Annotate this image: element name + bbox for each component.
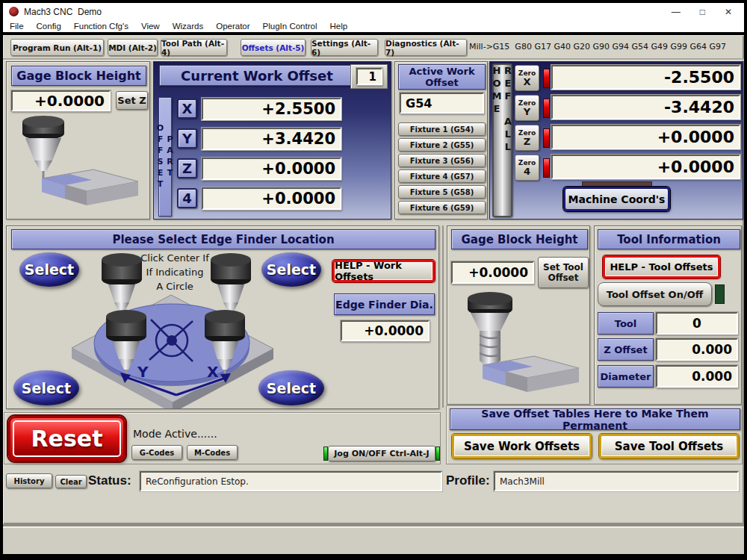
set-tool-offset-button[interactable]: Set Tool Offset — [538, 257, 589, 288]
current-work-offset-panel: Current Work Offset 1 PART OFFSET X +2.5… — [153, 61, 391, 220]
x-axis-button[interactable]: X — [177, 99, 197, 119]
probe-illustration — [13, 114, 146, 217]
save-offsets-title: Save Offset Tables Here to Make Them Per… — [450, 408, 740, 430]
part-offset-label: PART OFFSET — [158, 97, 172, 217]
main-screen: Program Run (Alt-1) MDI (Alt-2) Tool Pat… — [3, 35, 744, 524]
z-offset-dro-tool[interactable]: 0.000 — [656, 338, 738, 361]
fixture-5-button[interactable]: Fixture 5 (G58) — [398, 185, 486, 199]
window-controls: — □ ✕ — [672, 7, 738, 17]
tool-gage-block-dro[interactable]: +0.0000 — [451, 261, 534, 284]
help-tool-offsets-button[interactable]: HELP - Tool Offsets — [603, 255, 720, 279]
tab-diagnostics[interactable]: Diagnostics (Alt-7) — [385, 39, 467, 56]
active-work-offset-panel: Active Work Offset G54 Fixture 1 (G54) F… — [394, 61, 488, 220]
menu-file[interactable]: File — [10, 22, 24, 31]
select-button-top-left[interactable]: Select — [19, 252, 79, 287]
jog-toggle-group: Jog ON/OFF Ctrl-Alt-J — [323, 446, 440, 461]
status-label: Status: — [88, 473, 131, 488]
menu-wizards[interactable]: Wizards — [173, 22, 204, 31]
tab-tool-path[interactable]: Tool Path (Alt-4) — [161, 39, 227, 56]
tab-mdi[interactable]: MDI (Alt-2) — [108, 39, 158, 56]
ref-all-home-button[interactable]: REF ALL HOME — [492, 63, 512, 217]
app-icon — [9, 7, 19, 16]
tab-divider — [3, 58, 744, 60]
tool-offset-toggle-button[interactable]: Tool Offset On/Off — [598, 282, 712, 306]
m-codes-button[interactable]: M-Codes — [187, 445, 238, 460]
x-axis-led — [543, 69, 550, 88]
machine-z-dro[interactable]: +0.0000 — [551, 125, 740, 149]
edge-finder-dia-dro[interactable]: +0.0000 — [341, 320, 430, 341]
select-button-bottom-left[interactable]: Select — [13, 370, 79, 405]
save-tool-offsets-button[interactable]: Save Tool Offsets — [599, 434, 739, 458]
set-z-button[interactable]: Set Z — [116, 91, 148, 110]
gcode-modal-readout: Mill->G15 G80 G17 G40 G20 G90 G94 G54 G4… — [469, 42, 726, 52]
fixture-3-button[interactable]: Fixture 3 (G56) — [398, 154, 486, 167]
machine-y-dro[interactable]: -3.4420 — [551, 95, 740, 119]
clear-button[interactable]: Clear — [55, 475, 87, 488]
menu-operator[interactable]: Operator — [216, 22, 249, 31]
maximize-button[interactable]: □ — [700, 7, 705, 17]
gage-block-height-title: Gage Block Height — [11, 66, 146, 86]
machine-x-dro[interactable]: -2.5500 — [551, 65, 740, 90]
window-title: Mach3 CNC Demo — [24, 7, 102, 17]
diameter-dro[interactable]: 0.000 — [656, 365, 738, 388]
gage-block-height-panel-right: Gage Block Height +0.0000 Set Tool Offse… — [447, 225, 590, 405]
menu-function-cfgs[interactable]: Function Cfg's — [74, 22, 128, 31]
current-work-offset-title: Current Work Offset — [159, 65, 355, 86]
machine-coords-indicator-bar — [582, 181, 652, 187]
jog-on-off-button[interactable]: Jog ON/OFF Ctrl-Alt-J — [328, 446, 436, 461]
reset-button[interactable]: Reset — [8, 416, 125, 461]
a-axis-button[interactable]: 4 — [177, 188, 197, 208]
tool-information-panel: Tool Information HELP - Tool Offsets Too… — [594, 225, 742, 405]
z-axis-button[interactable]: Z — [177, 158, 197, 178]
zero-y-button[interactable]: Zero Y — [515, 95, 539, 121]
tool-offset-led — [715, 284, 725, 304]
tab-program-run[interactable]: Program Run (Alt-1) — [10, 39, 104, 56]
reset-mode-panel: Reset Mode Active...... G-Codes M-Codes … — [4, 412, 441, 464]
machine-4-dro[interactable]: +0.0000 — [551, 155, 740, 179]
tab-settings[interactable]: Settings (Alt-6) — [311, 39, 378, 56]
a-axis-led — [543, 158, 550, 178]
tool-number-dro[interactable]: 0 — [656, 312, 738, 335]
edge-finder-panel: Please Select Edge Finder Location Click… — [6, 225, 439, 409]
select-button-bottom-right[interactable]: Select — [258, 370, 324, 405]
history-button[interactable]: History — [6, 473, 52, 488]
profile-label: Profile: — [446, 473, 490, 488]
machine-coords-panel: REF ALL HOME Zero X -2.5500 Zero Y -3.44… — [489, 61, 743, 220]
tool-information-title: Tool Information — [598, 229, 740, 249]
machine-coords-button[interactable]: Machine Coord's — [563, 187, 670, 211]
y-offset-dro[interactable]: +3.4420 — [202, 128, 341, 150]
jog-led-right — [436, 447, 440, 461]
zero-4-button[interactable]: Zero 4 — [515, 155, 539, 181]
y-axis-button[interactable]: Y — [177, 128, 197, 149]
fixture-2-button[interactable]: Fixture 2 (G55) — [398, 138, 486, 152]
z-offset-dro[interactable]: +0.0000 — [202, 158, 341, 180]
edge-finder-title: Please Select Edge Finder Location — [11, 229, 436, 249]
edge-finder-dia-label: Edge Finder Dia. — [334, 293, 435, 315]
fixture-4-button[interactable]: Fixture 4 (G57) — [398, 169, 486, 183]
fixture-1-button[interactable]: Fixture 1 (G54) — [398, 122, 486, 136]
x-offset-dro[interactable]: +2.5500 — [202, 98, 341, 120]
zero-x-button[interactable]: Zero X — [515, 65, 539, 91]
fixture-6-button[interactable]: Fixture 6 (G59) — [398, 201, 486, 214]
active-offset-dro[interactable]: G54 — [400, 93, 484, 113]
menu-help[interactable]: Help — [329, 22, 347, 31]
close-button[interactable]: ✕ — [725, 7, 732, 17]
z-offset-label: Z Offset — [598, 338, 654, 361]
g-codes-button[interactable]: G-Codes — [131, 445, 182, 460]
offset-number-selector[interactable]: 1 — [356, 68, 382, 85]
save-work-offsets-button[interactable]: Save Work Offsets — [452, 434, 592, 458]
gage-block-height-dro[interactable]: +0.0000 — [11, 90, 111, 111]
title-bar: Mach3 CNC Demo — □ ✕ — [3, 3, 744, 20]
a-offset-dro[interactable]: +0.0000 — [202, 187, 341, 210]
zero-z-button[interactable]: Zero Z — [515, 125, 539, 151]
select-button-top-right[interactable]: Select — [261, 252, 321, 287]
menu-config[interactable]: Config — [37, 22, 61, 31]
offset-selector-frame: 1 — [350, 64, 388, 89]
save-offsets-panel: Save Offset Tables Here to Make Them Per… — [446, 405, 743, 464]
status-message-field: ReConfiguration Estop. — [140, 471, 442, 491]
help-work-offsets-button[interactable]: HELP - Work Offsets — [332, 260, 435, 282]
menu-view[interactable]: View — [141, 22, 160, 31]
menu-plugin-control[interactable]: PlugIn Control — [263, 22, 317, 31]
tab-offsets[interactable]: Offsets (Alt-5) — [241, 39, 306, 56]
minimize-button[interactable]: — — [672, 7, 681, 17]
